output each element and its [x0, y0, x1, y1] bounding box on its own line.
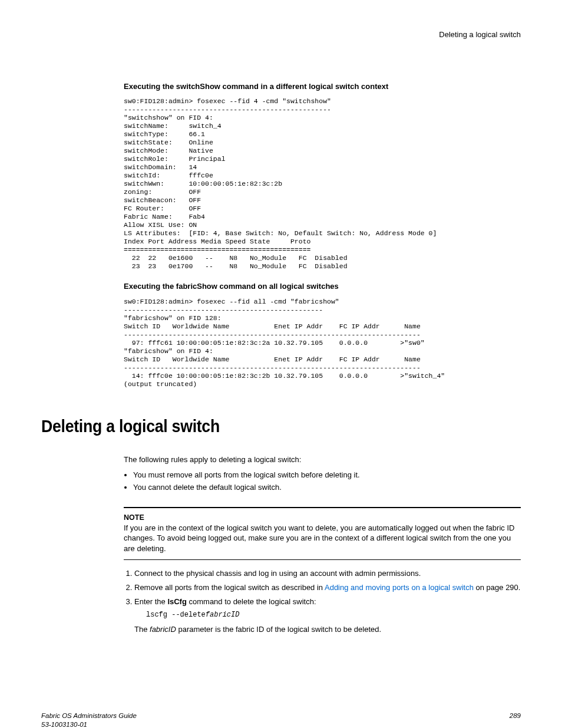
note-label: NOTE	[124, 513, 521, 523]
lscfg-cmd-name: lsCfg	[167, 597, 187, 606]
step3-text-b: command to delete the logical switch:	[187, 597, 316, 606]
command-block: lscfg --deletefabricID	[146, 610, 521, 620]
step2-text-b: on page 290.	[474, 583, 521, 592]
link-adding-ports[interactable]: Adding and moving ports on a logical swi…	[325, 583, 474, 592]
param-desc: The fabricID parameter is the fabric ID …	[134, 624, 521, 635]
rule-item: You must remove all ports from the logic…	[133, 470, 521, 480]
cmd-prefix: lscfg --delete	[146, 611, 206, 619]
step2-text-a: Remove all ports from the logical switch…	[134, 583, 325, 592]
param-text-b: parameter is the fabric ID of the logica…	[176, 625, 381, 634]
step3-text-a: Enter the	[134, 597, 167, 606]
param-name: fabricID	[150, 625, 176, 634]
running-head: Deleting a logical switch	[41, 29, 521, 40]
cmd-arg: fabricID	[206, 611, 240, 619]
example1-heading: Executing the switchShow command in a di…	[124, 81, 521, 92]
step-item: Enter the lsCfg command to delete the lo…	[134, 597, 521, 635]
note-block: NOTE If you are in the context of the lo…	[124, 507, 521, 561]
section-title: Deleting a logical switch	[41, 415, 482, 438]
footer-docnum: 53-1003130-01	[41, 720, 137, 728]
page-footer: Fabric OS Administrators Guide 53-100313…	[41, 711, 521, 728]
footer-guide: Fabric OS Administrators Guide	[41, 711, 137, 721]
rules-list: You must remove all ports from the logic…	[124, 470, 521, 493]
example2-code: sw0:FID128:admin> fosexec --fid all -cmd…	[124, 298, 521, 388]
example1-code: sw0:FID128:admin> fosexec --fid 4 -cmd "…	[124, 97, 521, 271]
step-item: Connect to the physical chassis and log …	[134, 568, 521, 579]
param-text-a: The	[134, 625, 150, 634]
step-item: Remove all ports from the logical switch…	[134, 582, 521, 593]
intro-text: The following rules apply to deleting a …	[124, 454, 521, 465]
rule-item: You cannot delete the default logical sw…	[133, 482, 521, 493]
page-number: 289	[510, 711, 521, 728]
note-body: If you are in the context of the logical…	[124, 523, 521, 554]
example2-heading: Executing the fabricShow command on all …	[124, 281, 521, 292]
steps-list: Connect to the physical chassis and log …	[124, 568, 521, 634]
